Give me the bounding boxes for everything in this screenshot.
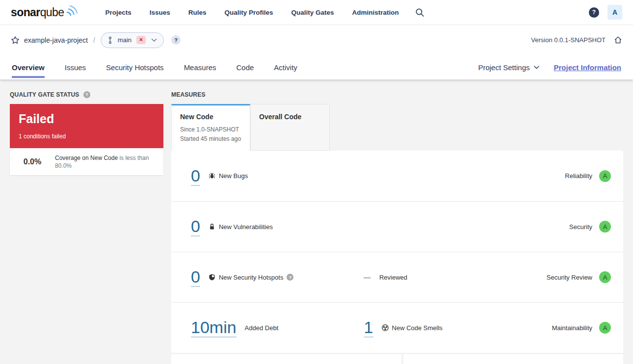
measures-section: MEASURES New Code Since 1.0-SNAPSHOT Sta…	[171, 91, 623, 364]
tab-code[interactable]: Code	[236, 55, 254, 79]
project-tabs-bar: Overview Issues Security Hotspots Measur…	[0, 55, 633, 79]
user-avatar[interactable]: A	[607, 5, 622, 20]
project-tabs: Overview Issues Security Hotspots Measur…	[12, 55, 297, 79]
quality-gate-help-icon[interactable]: ?	[83, 91, 90, 98]
failed-condition-card: 0.0% Coverage on New Code is less than 8…	[10, 148, 163, 175]
project-settings-dropdown[interactable]: Project Settings	[478, 63, 539, 72]
nav-item-issues[interactable]: Issues	[150, 9, 170, 16]
new-code-started: Started 45 minutes ago	[180, 134, 241, 144]
bugs-label-group: New Bugs	[209, 172, 248, 180]
new-security-hotspots-label: New Security Hotspots	[219, 274, 284, 281]
branch-selector[interactable]: main ×	[101, 32, 164, 48]
code-smells-label-group: New Code Smells	[382, 324, 443, 332]
condition-metric: Coverage on New Code	[55, 155, 118, 161]
tabs-right-actions: Project Settings Project Information	[478, 55, 621, 79]
measures-header: MEASURES	[171, 91, 623, 98]
home-icon[interactable]	[614, 36, 622, 44]
chevron-down-icon	[534, 66, 539, 69]
logo-swoosh-icon	[65, 4, 78, 20]
nav-item-quality-gates[interactable]: Quality Gates	[291, 9, 334, 16]
breadcrumb-project-link[interactable]: example-java-project	[24, 36, 88, 44]
new-vulnerabilities-label: New Vulnerabilities	[219, 223, 273, 231]
branch-failed-badge[interactable]: ×	[136, 36, 146, 44]
new-bugs-count-link[interactable]: 0	[191, 166, 200, 186]
hotspots-help-icon[interactable]: ?	[287, 274, 293, 281]
favorite-star-icon[interactable]	[11, 36, 20, 45]
new-vulnerabilities-count-link[interactable]: 0	[191, 217, 200, 236]
reliability-rating-group: Reliability A	[565, 170, 611, 182]
measures-title: MEASURES	[171, 91, 206, 98]
quality-gate-header: QUALITY GATE STATUS ?	[10, 91, 163, 98]
security-review-rating-badge[interactable]: A	[599, 271, 611, 283]
new-code-tab-label: New Code	[180, 113, 241, 121]
security-label: Security	[569, 223, 592, 231]
branch-name: main	[118, 36, 132, 44]
new-bugs-label: New Bugs	[219, 172, 248, 180]
quality-gate-status-box: Failed 1 conditions failed	[10, 104, 163, 148]
nav-item-quality-profiles[interactable]: Quality Profiles	[225, 9, 273, 16]
shield-icon	[209, 274, 215, 281]
overall-code-tab-label: Overall Code	[259, 113, 321, 121]
quality-gate-section: QUALITY GATE STATUS ? Failed 1 condition…	[10, 91, 163, 364]
tab-issues[interactable]: Issues	[65, 55, 86, 79]
reviewed-value: —	[364, 273, 371, 281]
tab-activity[interactable]: Activity	[274, 55, 297, 79]
new-security-hotspots-count-link[interactable]: 0	[191, 267, 200, 287]
open-lock-icon	[209, 223, 215, 230]
reliability-label: Reliability	[565, 172, 592, 180]
tab-measures[interactable]: Measures	[184, 55, 216, 79]
nav-item-administration[interactable]: Administration	[352, 9, 399, 16]
reviewed-group: — Reviewed	[364, 273, 407, 281]
project-settings-label: Project Settings	[478, 63, 529, 72]
security-rating-badge[interactable]: A	[599, 221, 611, 233]
project-information-link[interactable]: Project Information	[554, 63, 621, 72]
security-review-rating-group: Security Review A	[547, 271, 611, 283]
reliability-rating-badge[interactable]: A	[599, 170, 611, 182]
tab-new-code[interactable]: New Code Since 1.0-SNAPSHOT Started 45 m…	[171, 104, 250, 151]
overview-content: QUALITY GATE STATUS ? Failed 1 condition…	[0, 79, 633, 364]
measure-row-security-hotspots: 0 New Security Hotspots ? — R	[171, 252, 623, 302]
code-smell-icon	[382, 324, 389, 331]
bug-icon	[209, 173, 215, 180]
search-icon[interactable]	[415, 8, 424, 17]
added-debt-link[interactable]: 10min	[191, 318, 237, 338]
breadcrumb: example-java-project / main × ? Version …	[0, 25, 633, 55]
sonarqube-logo[interactable]: sonarqube	[11, 5, 78, 20]
measures-tab-strip: New Code Since 1.0-SNAPSHOT Started 45 m…	[171, 104, 623, 151]
new-code-since: Since 1.0-SNAPSHOT	[180, 125, 241, 134]
maintainability-rating-badge[interactable]: A	[599, 322, 611, 334]
next-measure-cards	[171, 354, 623, 364]
security-review-label: Security Review	[547, 274, 592, 281]
nav-item-rules[interactable]: Rules	[188, 9, 207, 16]
maintainability-rating-group: Maintainability A	[552, 322, 611, 334]
sonarqube-app: sonarqube Projects Issues Rules Quality …	[0, 0, 633, 364]
duplications-card-partial	[403, 354, 623, 364]
git-branch-icon	[107, 36, 113, 44]
vulnerabilities-label-group: New Vulnerabilities	[209, 223, 273, 231]
tab-overview[interactable]: Overview	[12, 55, 45, 79]
measure-row-bugs: 0 New Bugs Reliability A	[171, 151, 623, 201]
new-code-smells-count-link[interactable]: 1	[364, 318, 373, 338]
hotspots-label-group: New Security Hotspots ?	[209, 274, 364, 281]
sonarqube-logo-text: sonarqube	[11, 5, 64, 20]
condition-value-link[interactable]: 0.0%	[10, 157, 55, 166]
measure-row-vulnerabilities: 0 New Vulnerabilities Security A	[171, 201, 623, 252]
tab-security-hotspots[interactable]: Security Hotspots	[106, 55, 164, 79]
new-code-smells-label: New Code Smells	[392, 324, 443, 332]
project-version: Version 0.0.1-SNAPSHOT	[531, 36, 606, 44]
tab-overall-code[interactable]: Overall Code	[250, 104, 330, 151]
measure-row-maintainability: 10min Added Debt 1 New Code Smell	[171, 302, 623, 353]
nav-menu: Projects Issues Rules Quality Profiles Q…	[105, 9, 398, 16]
branch-help-icon[interactable]: ?	[171, 35, 181, 45]
coverage-card-partial	[171, 354, 401, 364]
help-icon[interactable]: ?	[589, 7, 599, 18]
quality-gate-conditions-summary: 1 conditions failed	[19, 133, 155, 140]
maintainability-label: Maintainability	[552, 324, 592, 332]
chevron-down-icon	[151, 38, 157, 42]
breadcrumb-right: Version 0.0.1-SNAPSHOT	[531, 36, 622, 44]
measures-panel: 0 New Bugs Reliability A	[171, 151, 623, 353]
reviewed-label: Reviewed	[379, 274, 407, 281]
condition-description: Coverage on New Code is less than 80.0%	[55, 154, 163, 170]
breadcrumb-separator: /	[93, 36, 95, 44]
nav-item-projects[interactable]: Projects	[105, 9, 131, 16]
